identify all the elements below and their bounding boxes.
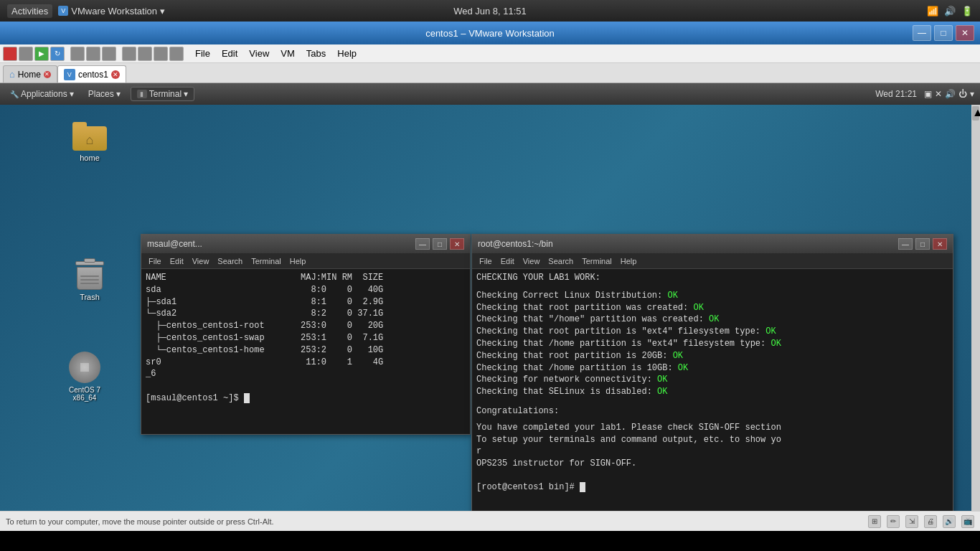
check-status-4: OK	[765, 326, 776, 336]
congrats-label: Congratulations:	[476, 405, 948, 418]
terminal-1-prompt: [msaul@centos1 ~]$	[146, 380, 466, 405]
tab-centos1[interactable]: V centos1 ✕	[57, 65, 126, 83]
tab-home-label: Home	[18, 70, 41, 80]
desktop-icon-centos[interactable]: CentOS 7 x86_64	[60, 349, 110, 405]
trash-body	[77, 267, 103, 290]
t2-menu-search[interactable]: Search	[544, 256, 578, 266]
tab-home[interactable]: ⌂ Home ✕	[3, 65, 57, 83]
terminal-2-close[interactable]: ✕	[933, 238, 947, 250]
lsblk-sda: sda 8:0 0 40G	[146, 284, 466, 296]
statusbar-icons: ⊞ ✏ ⇲ 🖨 🔊 📺	[868, 515, 974, 528]
menu-tabs[interactable]: Tabs	[301, 47, 331, 60]
guest-terminal-tab[interactable]: ▮ Terminal ▾	[131, 87, 194, 101]
desktop-icon-home[interactable]: ⌂ home	[65, 119, 115, 165]
toolbar-icon-power-off[interactable]	[3, 47, 17, 61]
minimize-button[interactable]: —	[913, 25, 931, 41]
toolbar-icon-play[interactable]: ▶	[34, 47, 49, 61]
terminal-1-titlebar[interactable]: msaul@cent... — □ ✕	[141, 235, 470, 253]
guest-scrollbar[interactable]: ▲ ▼	[971, 105, 980, 531]
check-status-7: OK	[678, 363, 688, 373]
terminal-2-maximize[interactable]: □	[915, 238, 930, 250]
t2-menu-help[interactable]: Help	[616, 256, 641, 266]
terminal-1-title: msaul@cent...	[147, 239, 202, 249]
status-icon-1[interactable]: ⊞	[868, 515, 881, 528]
terminal-2-menubar: File Edit View Search Terminal Help	[472, 253, 953, 269]
status-icon-3[interactable]: ⇲	[905, 515, 918, 528]
check-line-4: Checking that root partition is "ext4" f…	[476, 326, 948, 338]
tab-centos1-close[interactable]: ✕	[111, 70, 120, 79]
check-line-6: Checking that root partition is 20GB: OK	[476, 350, 948, 362]
trash-icon-label: Trash	[80, 293, 100, 301]
toolbar-icon-2[interactable]	[86, 47, 100, 61]
status-icon-6[interactable]: 📺	[961, 515, 974, 528]
lsblk-header: NAME MAJ:MIN RM SIZE	[146, 272, 466, 284]
lsblk-swap: ├─centos_centos1-swap 253:1 0 7.1G	[146, 332, 466, 344]
guest-places-menu[interactable]: Places ▾	[84, 88, 125, 100]
terminal-1-maximize[interactable]: □	[433, 238, 447, 250]
menu-file[interactable]: File	[189, 47, 216, 60]
guest-applications-menu[interactable]: 🔧 Applications ▾	[6, 88, 78, 100]
t2-menu-terminal[interactable]: Terminal	[578, 256, 616, 266]
message4: OPS235 instructor for SIGN-OFF.	[476, 458, 948, 470]
check-status-8: OK	[657, 375, 667, 385]
t2-menu-view[interactable]: View	[519, 256, 545, 266]
check-line-1: Checking Correct Linux Distribution: OK	[476, 290, 948, 302]
desktop-icon-trash[interactable]: Trash	[65, 255, 115, 304]
t1-menu-search[interactable]: Search	[213, 256, 247, 266]
terminal-1-minimize[interactable]: —	[415, 238, 430, 250]
status-icon-5[interactable]: 🔊	[943, 515, 956, 528]
t2-menu-edit[interactable]: Edit	[496, 256, 519, 266]
menu-view[interactable]: View	[243, 47, 275, 60]
tab-home-close[interactable]: ✕	[44, 71, 51, 78]
centos-dvd-icon	[69, 352, 100, 383]
toolbar-icon-6[interactable]	[154, 47, 168, 61]
lsblk-6: _6	[146, 368, 466, 380]
close-button[interactable]: ✕	[956, 25, 974, 41]
activities-button[interactable]: Activities	[7, 4, 52, 18]
terminal-2-titlebar[interactable]: root@centos1:~/bin — □ ✕	[472, 235, 953, 253]
check-line-7: Checking that /home partition is 10GB: O…	[476, 362, 948, 375]
lsblk-root: ├─centos_centos1-root 253:0 0 20G	[146, 320, 466, 332]
toolbar-icon-refresh[interactable]: ↻	[50, 47, 65, 61]
toolbar-icon-1[interactable]	[70, 47, 85, 61]
lsblk-sda2: └─sda2 8:2 0 37.1G	[146, 308, 466, 320]
menu-edit[interactable]: Edit	[216, 47, 243, 60]
terminal-tab-icon: ▮	[137, 90, 147, 98]
host-datetime: Wed Jun 8, 11:51	[453, 6, 527, 17]
status-icon-2[interactable]: ✏	[887, 515, 900, 528]
t1-menu-edit[interactable]: Edit	[166, 256, 188, 266]
t1-menu-terminal[interactable]: Terminal	[247, 256, 286, 266]
vmware-tabs: ⌂ Home ✕ V centos1 ✕	[0, 63, 980, 83]
scroll-up[interactable]: ▲	[972, 106, 979, 121]
trash-handle	[84, 258, 95, 263]
t1-menu-file[interactable]: File	[144, 256, 166, 266]
terminal-2-prompt-line: [root@centos1 bin]#	[476, 481, 948, 494]
toolbar-icon-3[interactable]	[102, 47, 116, 61]
toolbar-icon-suspend[interactable]	[19, 47, 33, 61]
t2-menu-file[interactable]: File	[475, 256, 496, 266]
power-icon: ⏻	[958, 89, 967, 99]
terminal-label: Terminal	[149, 89, 182, 99]
vm-tab-icon: V	[64, 69, 75, 80]
t1-menu-view[interactable]: View	[188, 256, 214, 266]
toolbar-icon-5[interactable]	[138, 47, 152, 61]
wifi-icon: 📶	[927, 6, 938, 17]
status-icon-4[interactable]: 🖨	[924, 515, 937, 528]
terminal-2-minimize[interactable]: —	[898, 238, 913, 250]
toolbar-icon-4[interactable]	[122, 47, 136, 61]
menu-vm[interactable]: VM	[275, 47, 301, 60]
cursor-1	[244, 393, 250, 403]
maximize-button[interactable]: □	[934, 25, 953, 41]
terminal-window-msaul: msaul@cent... — □ ✕ File Edit View Searc…	[141, 234, 471, 435]
terminal-1-menubar: File Edit View Search Terminal Help	[141, 253, 470, 269]
menu-help[interactable]: Help	[331, 47, 362, 60]
toolbar-icon-7[interactable]	[169, 47, 184, 61]
terminal-chevron: ▾	[184, 89, 188, 99]
trash-icon-img	[75, 258, 104, 290]
terminal-2-title: root@centos1:~/bin	[478, 239, 553, 249]
terminal-1-close[interactable]: ✕	[450, 238, 464, 250]
volume-icon: 🔊	[945, 89, 956, 99]
t1-menu-help[interactable]: Help	[286, 256, 311, 266]
terminal-2-content: CHECKING YOUR LAB1 WORK: Checking Correc…	[472, 269, 953, 531]
battery-icon: 🔋	[961, 6, 973, 17]
